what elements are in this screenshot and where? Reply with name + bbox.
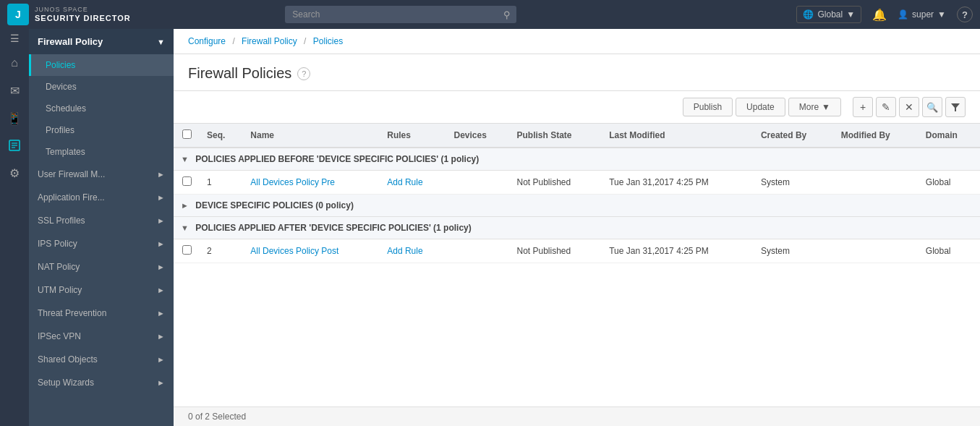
sidebar-item-schedules[interactable]: Schedules	[29, 98, 174, 119]
help-button[interactable]: ?	[957, 7, 973, 22]
ssl-profiles-arrow: ►	[157, 216, 165, 225]
sidebar-item-ipsec-vpn[interactable]: IPSec VPN ►	[29, 325, 174, 348]
table-header: Seq. Name Rules Devices Publish State La…	[174, 124, 980, 148]
status-bar: 0 of 2 Selected	[174, 406, 980, 426]
row1-devices	[447, 171, 510, 195]
sidebar-item-application-fire[interactable]: Application Fire... ►	[29, 186, 174, 209]
icon-sidebar: ☰ ⌂ ✉ 📱 ⚙	[0, 29, 29, 426]
page-title: Firewall Policies ?	[188, 65, 966, 82]
sidebar-item-ssl-profiles[interactable]: SSL Profiles ►	[29, 209, 174, 232]
group2-collapse-icon[interactable]: ►	[181, 201, 189, 210]
sidebar-item-shared-objects[interactable]: Shared Objects ►	[29, 348, 174, 371]
row2-add-rule[interactable]: Add Rule	[387, 246, 422, 256]
col-last-modified: Last Modified	[602, 124, 754, 148]
row1-rules: Add Rule	[380, 171, 446, 195]
firewall-policy-arrow: ▼	[157, 38, 165, 46]
utm-policy-arrow: ►	[157, 286, 165, 294]
user-selector[interactable]: 👤 super ▼	[898, 9, 946, 20]
group-row-2: ► DEVICE SPECIFIC POLICIES (0 policy)	[174, 195, 980, 217]
sidebar-icon-settings[interactable]: ⚙	[1, 160, 27, 186]
page-header: Firewall Policies ?	[174, 54, 980, 91]
selected-count: 0 of 2 Selected	[188, 412, 246, 422]
globe-icon: 🌐	[803, 9, 814, 20]
group3-collapse-icon[interactable]: ▼	[181, 223, 189, 232]
logo-text: JUNOS SPACE SECURITY DIRECTOR	[35, 6, 131, 23]
page-help-icon[interactable]: ?	[297, 67, 310, 80]
nav-sidebar: Firewall Policy ▼ Policies Devices Sched…	[29, 29, 174, 426]
sidebar-item-profiles[interactable]: Profiles	[29, 119, 174, 141]
sidebar-item-user-firewall[interactable]: User Firewall M... ►	[29, 163, 174, 186]
row2-name: All Devices Policy Post	[243, 239, 380, 263]
row1-last-modified: Tue Jan 31,2017 4:25 PM	[602, 171, 754, 195]
logo-bottom: SECURITY DIRECTOR	[35, 14, 131, 23]
sidebar-icon-home[interactable]: ⌂	[1, 50, 27, 76]
search-icon: ⚲	[503, 9, 511, 20]
table-row: 2 All Devices Policy Post Add Rule Not P…	[174, 239, 980, 263]
col-checkbox	[174, 124, 200, 148]
group-row-3: ▼ POLICIES APPLIED AFTER 'DEVICE SPECIFI…	[174, 217, 980, 239]
more-chevron-icon: ▼	[822, 102, 830, 112]
breadcrumb-sep2: /	[304, 36, 306, 46]
table-body: ▼ POLICIES APPLIED BEFORE 'DEVICE SPECIF…	[174, 148, 980, 263]
row1-name-link[interactable]: All Devices Policy Pre	[250, 177, 335, 187]
row2-seq: 2	[200, 239, 243, 263]
sidebar-item-ips-policy[interactable]: IPS Policy ►	[29, 232, 174, 255]
nat-policy-arrow: ►	[157, 263, 165, 271]
topbar-right: 🌐 Global ▼ 🔔 👤 super ▼ ?	[796, 6, 973, 23]
col-domain: Domain	[919, 124, 980, 148]
edit-button[interactable]: ✎	[876, 97, 896, 117]
sidebar-item-policies[interactable]: Policies	[29, 54, 174, 76]
group1-label: POLICIES APPLIED BEFORE 'DEVICE SPECIFIC…	[195, 154, 479, 164]
delete-button[interactable]: ✕	[899, 97, 919, 117]
hamburger-menu[interactable]: ☰	[10, 33, 20, 44]
more-button[interactable]: More ▼	[788, 98, 841, 116]
sidebar-item-templates[interactable]: Templates	[29, 141, 174, 163]
user-firewall-arrow: ►	[157, 170, 165, 179]
search-input[interactable]	[285, 6, 516, 23]
search-action-button[interactable]: 🔍	[922, 97, 942, 117]
filter-button[interactable]	[945, 97, 966, 117]
sidebar-icon-mail[interactable]: ✉	[1, 77, 27, 103]
sidebar-item-devices[interactable]: Devices	[29, 76, 174, 98]
row2-checkbox[interactable]	[182, 245, 192, 255]
sidebar-item-threat-prevention[interactable]: Threat Prevention ►	[29, 302, 174, 325]
row1-domain: Global	[919, 171, 980, 195]
search-container: ⚲	[285, 6, 516, 23]
user-chevron-icon: ▼	[937, 9, 946, 20]
sidebar-icon-policy[interactable]	[1, 132, 27, 158]
col-modified-by: Modified By	[834, 124, 919, 148]
sidebar-icon-device[interactable]: 📱	[1, 105, 27, 131]
row1-modified-by	[834, 171, 919, 195]
app-logo: J JUNOS SPACE SECURITY DIRECTOR	[7, 4, 131, 25]
firewall-policy-header[interactable]: Firewall Policy ▼	[29, 29, 174, 54]
row2-name-link[interactable]: All Devices Policy Post	[250, 246, 338, 256]
svg-marker-4	[951, 103, 960, 111]
row1-checkbox-cell	[174, 171, 200, 195]
breadcrumb-configure[interactable]: Configure	[188, 36, 226, 46]
sidebar-item-setup-wizards[interactable]: Setup Wizards ►	[29, 371, 174, 394]
row2-publish-state: Not Published	[509, 239, 602, 263]
group1-collapse-icon[interactable]: ▼	[181, 155, 189, 163]
logo-top: JUNOS SPACE	[35, 6, 131, 14]
application-fire-arrow: ►	[157, 193, 165, 202]
row1-checkbox[interactable]	[182, 176, 192, 186]
row2-rules: Add Rule	[380, 239, 446, 263]
breadcrumb: Configure / Firewall Policy / Policies	[174, 29, 980, 54]
select-all-checkbox[interactable]	[182, 129, 192, 139]
col-rules: Rules	[380, 124, 446, 148]
topbar: J JUNOS SPACE SECURITY DIRECTOR ⚲ 🌐 Glob…	[0, 0, 980, 29]
publish-button[interactable]: Publish	[683, 98, 733, 116]
update-button[interactable]: Update	[736, 98, 785, 116]
global-selector[interactable]: 🌐 Global ▼	[796, 6, 861, 23]
table-row: 1 All Devices Policy Pre Add Rule Not Pu…	[174, 171, 980, 195]
main-layout: ☰ ⌂ ✉ 📱 ⚙ Firewall Policy ▼ Policies Dev…	[0, 29, 980, 426]
group2-label: DEVICE SPECIFIC POLICIES (0 policy)	[195, 200, 354, 210]
sidebar-item-nat-policy[interactable]: NAT Policy ►	[29, 255, 174, 278]
add-button[interactable]: +	[853, 97, 873, 117]
notification-icon[interactable]: 🔔	[872, 8, 887, 22]
global-label: Global	[817, 9, 843, 20]
sidebar-item-utm-policy[interactable]: UTM Policy ►	[29, 278, 174, 302]
row1-add-rule[interactable]: Add Rule	[387, 177, 422, 187]
breadcrumb-firewall-policy[interactable]: Firewall Policy	[242, 36, 297, 46]
col-publish-state: Publish State	[509, 124, 602, 148]
